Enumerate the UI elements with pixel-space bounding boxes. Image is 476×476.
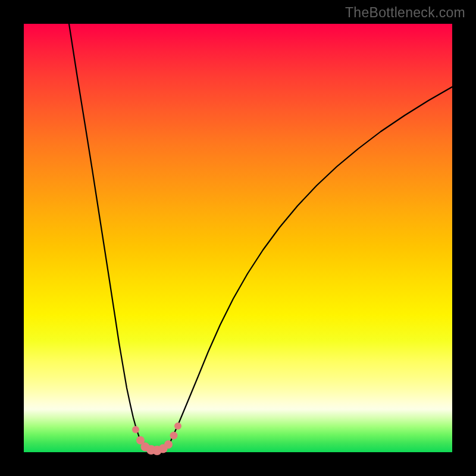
watermark-text: TheBottleneck.com — [345, 5, 465, 21]
basin-dot — [132, 426, 139, 433]
bottleneck-curve — [69, 24, 452, 450]
basin-dot — [174, 422, 181, 430]
basin-dot — [164, 440, 173, 449]
basin-dots — [132, 422, 181, 455]
chart-container: TheBottleneck.com — [0, 0, 476, 476]
plot-area — [24, 24, 452, 452]
basin-dot — [170, 432, 178, 440]
curve-svg — [24, 24, 452, 452]
